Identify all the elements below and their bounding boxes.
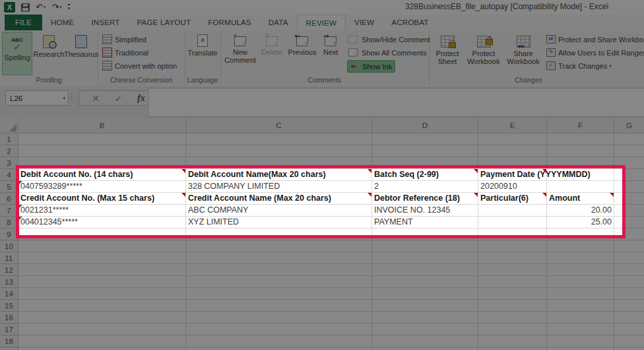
research-button[interactable]: Research: [32, 32, 65, 74]
cell-B16[interactable]: [18, 312, 186, 324]
cell-D8[interactable]: PAYMENT: [372, 217, 478, 228]
show-ink-button[interactable]: ✒ Show Ink: [347, 60, 395, 73]
cell-D19[interactable]: [372, 347, 478, 350]
cell-F3[interactable]: [547, 157, 614, 169]
row-header-7[interactable]: 7: [0, 205, 18, 217]
cell-C12[interactable]: [186, 264, 372, 276]
row-header-19[interactable]: 19: [0, 347, 18, 350]
cell-C11[interactable]: [186, 252, 372, 264]
cell-D14[interactable]: [372, 288, 478, 300]
cell-G9[interactable]: [614, 228, 644, 240]
cell-G6[interactable]: [614, 193, 644, 205]
cell-C17[interactable]: [186, 324, 372, 335]
cell-C14[interactable]: [186, 288, 372, 300]
cell-E11[interactable]: [478, 252, 547, 264]
column-header-F[interactable]: F: [547, 118, 614, 133]
name-box[interactable]: L26 ▾: [5, 90, 69, 106]
cell-E5[interactable]: 20200910: [478, 181, 547, 193]
cell-D7[interactable]: INVOICE NO. 12345: [372, 205, 478, 217]
cell-F11[interactable]: [547, 252, 614, 264]
row-header-15[interactable]: 15: [0, 300, 18, 312]
cell-G17[interactable]: [614, 324, 644, 335]
cell-C19[interactable]: [186, 347, 372, 350]
cancel-icon[interactable]: ✕: [92, 93, 100, 104]
row-header-9[interactable]: 9: [0, 228, 18, 240]
cell-F7[interactable]: 20.00: [547, 205, 614, 217]
cell-G15[interactable]: [614, 300, 644, 312]
row-header-13[interactable]: 13: [0, 276, 18, 288]
cell-D18[interactable]: [372, 335, 478, 347]
cell-B6[interactable]: Credit Account No. (Max 15 chars): [18, 193, 186, 205]
tab-file[interactable]: FILE: [5, 15, 42, 30]
enter-icon[interactable]: ✓: [115, 93, 123, 104]
cell-F16[interactable]: [547, 312, 614, 324]
cell-E18[interactable]: [478, 335, 547, 347]
cell-E14[interactable]: [478, 288, 547, 300]
tab-acrobat[interactable]: ACROBAT: [383, 15, 437, 30]
cell-B2[interactable]: [18, 145, 186, 157]
allow-users-to-edit-ranges-button[interactable]: ✎ Allow Users to Edit Ranges: [546, 47, 644, 58]
cell-B12[interactable]: [18, 264, 186, 276]
row-header-2[interactable]: 2: [0, 145, 18, 157]
traditional-button[interactable]: Traditional: [102, 47, 148, 58]
cell-B17[interactable]: [18, 324, 186, 335]
cell-B13[interactable]: [18, 276, 186, 288]
cell-F5[interactable]: [547, 181, 614, 193]
cell-F18[interactable]: [547, 335, 614, 347]
cell-F14[interactable]: [547, 288, 614, 300]
column-header-B[interactable]: B: [18, 118, 186, 133]
cell-D9[interactable]: [372, 228, 478, 240]
cell-D2[interactable]: [372, 145, 478, 157]
cell-F19[interactable]: [547, 347, 614, 350]
row-header-11[interactable]: 11: [0, 252, 18, 264]
column-header-E[interactable]: E: [478, 118, 547, 133]
cell-D3[interactable]: [372, 157, 478, 169]
cell-B5[interactable]: 0407593289*****: [18, 181, 186, 193]
convert-with-option-button[interactable]: Convert with option: [102, 60, 177, 71]
spelling-button[interactable]: ABC✓ Spelling: [2, 32, 32, 75]
cell-B18[interactable]: [18, 335, 186, 347]
formula-bar-splitter[interactable]: ⋮: [68, 92, 76, 101]
row-header-10[interactable]: 10: [0, 240, 18, 252]
row-header-18[interactable]: 18: [0, 335, 18, 347]
cell-F9[interactable]: [547, 228, 614, 240]
cell-E1[interactable]: [478, 133, 547, 145]
cell-C5[interactable]: 328 COMPANY LIMITED: [186, 181, 372, 193]
cell-F12[interactable]: [547, 264, 614, 276]
cell-E6[interactable]: Particular(6): [478, 193, 547, 205]
cell-C6[interactable]: Credit Account Name (Max 20 chars): [186, 193, 372, 205]
row-header-14[interactable]: 14: [0, 288, 18, 300]
cell-G2[interactable]: [614, 145, 644, 157]
cell-D6[interactable]: Debtor Reference (18): [372, 193, 478, 205]
cell-E9[interactable]: [478, 228, 547, 240]
cell-E4[interactable]: Payment Date (YYYYMMDD): [478, 169, 547, 181]
cell-D5[interactable]: 2: [372, 181, 478, 193]
cell-B1[interactable]: [18, 133, 186, 145]
cell-B7[interactable]: 0021231*****: [18, 205, 186, 217]
tab-home[interactable]: HOME: [42, 15, 82, 30]
cell-E16[interactable]: [478, 312, 547, 324]
customize-qat-button[interactable]: ▾: [68, 4, 71, 11]
track-changes-button[interactable]: ✓ Track Changes ▾: [546, 60, 612, 71]
cell-F6[interactable]: Amount: [547, 193, 614, 205]
cell-C3[interactable]: [186, 157, 372, 169]
protect-and-share-workbook-button[interactable]: ⇄ Protect and Share Workbook: [546, 34, 644, 45]
row-header-17[interactable]: 17: [0, 324, 18, 335]
row-header-12[interactable]: 12: [0, 264, 18, 276]
row-header-6[interactable]: 6: [0, 193, 18, 205]
cell-B10[interactable]: [18, 240, 186, 252]
cell-G12[interactable]: [614, 264, 644, 276]
cell-G11[interactable]: [614, 252, 644, 264]
tab-review[interactable]: REVIEW: [297, 15, 346, 30]
formula-input[interactable]: [148, 88, 644, 117]
cell-D12[interactable]: [372, 264, 478, 276]
cell-C13[interactable]: [186, 276, 372, 288]
cell-D13[interactable]: [372, 276, 478, 288]
cell-G7[interactable]: [614, 205, 644, 217]
previous-comment-button[interactable]: ← Previous: [286, 32, 318, 74]
row-header-8[interactable]: 8: [0, 217, 18, 228]
cell-C10[interactable]: [186, 240, 372, 252]
cell-C4[interactable]: Debit Account Name(Max 20 chars): [186, 169, 372, 181]
cell-G8[interactable]: [614, 217, 644, 228]
redo-button[interactable]: ↷▾: [51, 2, 61, 13]
